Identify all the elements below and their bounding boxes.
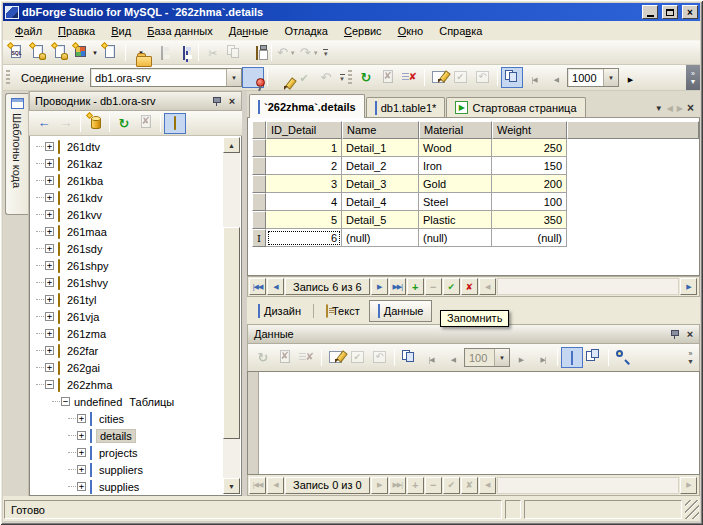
cell-r6-c2[interactable]: (null) (342, 229, 419, 247)
column-header-id_detail[interactable]: ID_Detail (266, 121, 342, 139)
menu-item-view[interactable]: Вид (103, 23, 139, 39)
post-record-button[interactable]: ✔ (443, 477, 460, 494)
apply-changes-button[interactable]: ✔ (450, 67, 472, 88)
tree-item-supplies[interactable]: +supplies (32, 478, 222, 494)
cell-r1-c4[interactable]: 250 (492, 139, 567, 157)
next-page-button[interactable]: ▶ (619, 67, 641, 88)
expander-icon[interactable]: + (45, 295, 54, 304)
scroll-right-button[interactable]: ▶ (680, 477, 697, 494)
toolbar-options-button[interactable]: ▼ (321, 43, 331, 63)
cell-r2-c2[interactable]: Detail_2 (342, 157, 419, 175)
expander-icon[interactable]: − (61, 397, 70, 406)
tree-item-262gai[interactable]: +262gai (32, 359, 222, 376)
tree-item-261dtv[interactable]: +261dtv (32, 138, 222, 155)
scroll-tabs-left-button[interactable]: ◀ (667, 104, 673, 113)
tree-item-261shvy[interactable]: +261shvy (32, 274, 222, 291)
refresh-button[interactable]: ↻ (113, 113, 135, 134)
close-button[interactable]: × (682, 5, 698, 19)
stop-button[interactable]: ✘ (377, 67, 399, 88)
scrollbar-thumb[interactable] (223, 227, 240, 439)
cancel-changes-button[interactable]: ↶ (369, 347, 391, 368)
tree-item-261tyl[interactable]: +261tyl (32, 291, 222, 308)
tree-item-suppliers[interactable]: +suppliers (32, 461, 222, 478)
toolbar-grip[interactable] (6, 70, 10, 86)
row-selector[interactable] (252, 211, 266, 229)
card-view-button[interactable] (583, 347, 605, 368)
code-templates-tab[interactable]: Шаблоны кода (5, 93, 28, 215)
maximize-button[interactable] (662, 5, 678, 19)
cancel-changes-button[interactable]: ↶ (472, 67, 494, 88)
open-file-button[interactable]: ▼ (129, 42, 151, 63)
expander-icon[interactable]: + (77, 414, 86, 423)
scroll-left-button[interactable]: ◀ (479, 278, 496, 295)
tree-item-261kdv[interactable]: +261kdv (32, 189, 222, 206)
cell-r6-c1[interactable]: 6 (266, 229, 342, 247)
apply-changes-button[interactable]: ✔ (347, 347, 369, 368)
cell-r4-c4[interactable]: 100 (492, 193, 567, 211)
edit-data-button[interactable] (428, 67, 450, 88)
show-databases-button[interactable] (164, 113, 186, 134)
toolbar-options-button[interactable]: »▼ (684, 350, 697, 366)
expander-icon[interactable]: + (45, 329, 54, 338)
cell-r1-c2[interactable]: Detail_1 (342, 139, 419, 157)
expander-icon[interactable]: + (45, 210, 54, 219)
expander-icon[interactable]: + (77, 465, 86, 474)
paged-mode-button[interactable] (501, 67, 523, 88)
tree-item-261maa[interactable]: +261maa (32, 223, 222, 240)
clear-data-button[interactable]: ✘ (296, 347, 318, 368)
cancel-edit-button[interactable]: ✘ (461, 477, 478, 494)
cell-r2-c4[interactable]: 150 (492, 157, 567, 175)
paste-button[interactable] (246, 42, 268, 63)
tree-item-261sdy[interactable]: +261sdy (32, 240, 222, 257)
pin-connection-button[interactable] (242, 67, 264, 88)
toolbar-options-button[interactable]: ▼ (337, 68, 347, 88)
add-record-button[interactable]: + (407, 278, 424, 295)
cell-r3-c3[interactable]: Gold (419, 175, 492, 193)
last-record-button[interactable]: ▶▶| (389, 477, 406, 494)
edit-data-button[interactable] (325, 347, 347, 368)
prev-page-button[interactable]: ◀ (545, 67, 567, 88)
apply-button[interactable]: ✔ (293, 67, 315, 88)
cell-r6-c3[interactable]: (null) (419, 229, 492, 247)
resize-grip[interactable] (685, 500, 699, 519)
cell-r4-c3[interactable]: Steel (419, 193, 492, 211)
tree-item-261shpy[interactable]: +261shpy (32, 257, 222, 274)
tab-262zhma-details[interactable]: `262zhma`.details (249, 94, 365, 118)
expander-icon[interactable]: + (77, 482, 86, 491)
chevron-down-icon[interactable]: ▼ (494, 349, 509, 366)
row-selector[interactable] (252, 193, 266, 211)
cell-r1-c3[interactable]: Wood (419, 139, 492, 157)
new-sql-button[interactable]: SQL (5, 42, 27, 63)
cell-r5-c1[interactable]: 5 (266, 211, 342, 229)
cell-r1-c1[interactable]: 1 (266, 139, 342, 157)
tree-item-261zma[interactable]: +261zma (32, 325, 222, 342)
tree-item-261kba[interactable]: +261kba (32, 172, 222, 189)
forward-button[interactable]: → (55, 113, 77, 134)
refresh-button[interactable]: ↻ (252, 347, 274, 368)
scroll-down-button[interactable]: ▼ (223, 478, 240, 494)
tree-scrollbar[interactable]: ▲ ▼ (223, 137, 240, 494)
save-all-button[interactable] (173, 42, 195, 63)
expander-icon[interactable]: + (45, 244, 54, 253)
paged-mode-button[interactable] (398, 347, 420, 368)
close-document-button[interactable]: × (687, 103, 694, 113)
row-selector[interactable] (252, 139, 266, 157)
menu-item-edit[interactable]: Правка (50, 23, 103, 39)
row-selector-header[interactable] (252, 121, 266, 139)
tab-db1-table1[interactable]: db1.table1* (366, 97, 446, 117)
expander-icon[interactable]: + (45, 142, 54, 151)
new-object-button[interactable]: ▼ (71, 42, 100, 63)
scroll-up-button[interactable]: ▲ (223, 137, 240, 153)
prev-page-button[interactable]: ◀ (442, 347, 464, 368)
view-tab-text[interactable]: Текст (318, 302, 368, 320)
cell-r3-c1[interactable]: 3 (266, 175, 342, 193)
menu-item-data[interactable]: Данные (221, 23, 277, 39)
redo-button[interactable]: ↷▼ (298, 42, 321, 63)
close-panel-button[interactable]: × (225, 94, 239, 108)
scroll-tabs-right-button[interactable]: ▶ (677, 104, 683, 113)
stop-refresh-button[interactable]: ✘ (135, 113, 157, 134)
toolbar-grip[interactable] (348, 70, 352, 86)
chevron-down-icon[interactable]: ▼ (603, 69, 618, 86)
row-selector[interactable] (252, 157, 266, 175)
cell-r2-c1[interactable]: 2 (266, 157, 342, 175)
